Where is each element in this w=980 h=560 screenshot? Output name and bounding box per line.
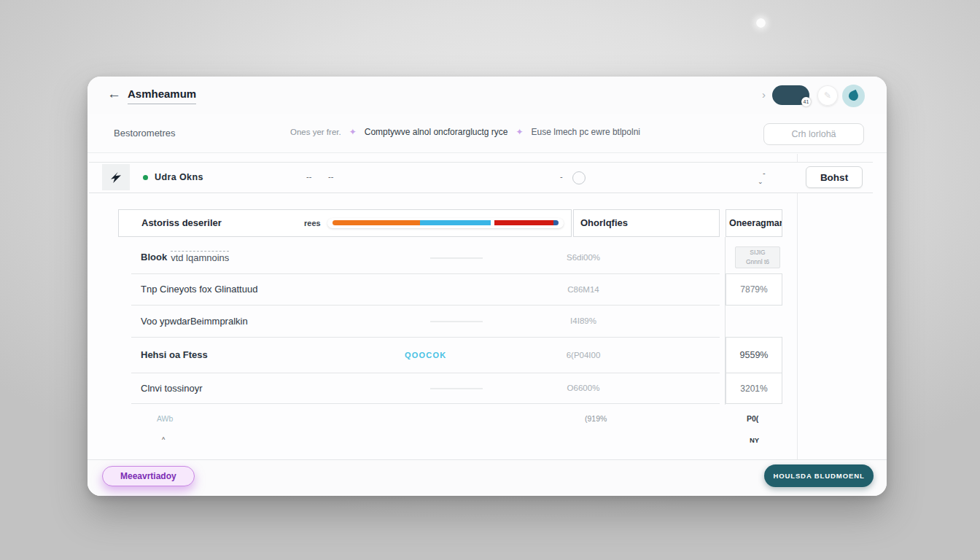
table-row[interactable]: Tnp Cineyots fox Glinattuud C86M14: [131, 273, 720, 306]
placeholder-line: [430, 388, 483, 389]
summary-row: AWb (919% P0(: [118, 414, 782, 429]
panel-divider: [797, 154, 798, 494]
caret-down-icon[interactable]: ⌄: [758, 178, 763, 185]
primary-action-button[interactable]: HOULSDA BLUDMOENL: [764, 464, 874, 487]
table-header-oneeragman[interactable]: Oneeragman: [726, 209, 782, 237]
meta-row: Ones yer frer. ✦ Comptywve alnol oncfora…: [290, 127, 640, 137]
column-header-label: Oneeragman: [729, 218, 782, 228]
toolbar: Udra Okns -- -- - - ⌄ Bohst: [89, 162, 873, 193]
row-link[interactable]: QOOCOK: [405, 337, 446, 373]
dash-value: -: [560, 172, 563, 181]
footer-bar: Meeavrtiadoy HOULSDA BLUDMOENL: [88, 459, 887, 496]
boost-button[interactable]: Bohst: [806, 166, 863, 188]
toggle-count-badge: 41: [801, 97, 811, 106]
app-window: ← Asmheamum › 41 ✎ Bestorometres Ones ye…: [88, 77, 887, 496]
row-name: Voo ypwdarBeimmpralkin: [141, 305, 248, 337]
row-right-cell: 9559%: [726, 337, 782, 373]
row-value: O6600%: [540, 373, 627, 403]
summary-left: AWb: [157, 414, 173, 423]
row-value: C86M14: [540, 273, 627, 305]
stamp-button[interactable]: [102, 164, 130, 190]
badge-line-2: Gnnnl t6: [736, 257, 779, 267]
page-title: Asmheamum: [128, 88, 196, 104]
radio-circle[interactable]: [572, 171, 586, 184]
row-name: Hehsi oa Ftess: [141, 337, 208, 373]
data-table: Astoriss deseriler rees Ohorlqfies Oneer…: [118, 209, 782, 451]
bar-segment: [494, 220, 553, 225]
bar-label: rees: [304, 219, 321, 228]
lightning-icon: [111, 172, 122, 183]
row-name-rest: vtd lqamnoins: [171, 251, 229, 263]
outline-action-button[interactable]: Crh lorlohä: [763, 123, 864, 145]
row-name: Blook vtd lqamnoins: [141, 241, 229, 273]
row-name: Tnp Cineyots fox Glinattuud: [141, 273, 257, 305]
summary-row: ^ NY: [118, 436, 782, 451]
back-arrow-icon[interactable]: ←: [107, 86, 121, 102]
column-header-label: Astoriss deseriler: [141, 217, 222, 228]
secondary-circle-button[interactable]: ✎: [817, 85, 838, 106]
desktop-background: ← Asmheamum › 41 ✎ Bestorometres Ones ye…: [0, 0, 980, 560]
table-header-name[interactable]: Astoriss deseriler rees: [118, 209, 572, 237]
row-right-cell: 3201%: [726, 373, 782, 404]
progress-bar: [332, 220, 559, 225]
row-name-bold: Blook: [141, 252, 167, 262]
bar-segment: [332, 220, 420, 225]
summary-mid: (919%: [585, 414, 607, 423]
placeholder-line: [430, 257, 483, 259]
row-name: Clnvi tossinoyr: [141, 373, 203, 403]
distribution-bar-wrap: [327, 218, 564, 228]
status-dot: [143, 175, 148, 180]
chevron-right-icon[interactable]: ›: [762, 88, 766, 101]
bar-segment: [420, 220, 491, 225]
toolbar-label: Udra Okns: [155, 172, 203, 182]
row-value: S6di00%: [540, 241, 627, 273]
meta-text-1: Ones yer frer.: [290, 128, 341, 136]
methodology-button[interactable]: Meeavrtiadoy: [102, 466, 195, 486]
summary-right: NY: [750, 436, 759, 444]
window-header: ← Asmheamum › 41 ✎: [88, 77, 887, 115]
dark-toggle-switch[interactable]: 41: [772, 85, 809, 105]
table-row[interactable]: Hehsi oa Ftess QOOCOK 6(P04I00: [131, 337, 720, 373]
sparkle-icon[interactable]: ✦: [516, 127, 524, 137]
pencil-icon: ✎: [824, 90, 831, 101]
background-glint: [756, 18, 766, 28]
row-value: I4I89%: [540, 305, 627, 337]
summary-right: P0(: [747, 414, 758, 423]
subheader: Bestorometres Ones yer frer. ✦ Comptywve…: [88, 114, 887, 153]
meta-text-2: Comptywve alnol oncforargluctg ryce: [365, 127, 508, 137]
droplet-icon: [847, 90, 860, 102]
dash-value: -: [763, 168, 766, 177]
subheader-label: Bestorometres: [114, 128, 176, 139]
primary-circle-button[interactable]: [842, 85, 865, 107]
bar-segment: [553, 220, 559, 225]
sparkle-icon[interactable]: ✦: [349, 127, 357, 137]
dash-value: --: [328, 172, 333, 181]
table-row[interactable]: Clnvi tossinoyr O6600%: [131, 373, 720, 404]
column-header-label: Ohorlqfies: [580, 217, 628, 228]
badge-line-1: SIJIG: [736, 248, 779, 257]
table-header-oholdqfies[interactable]: Ohorlqfies: [573, 209, 720, 237]
status-badge: SIJIG Gnnnl t6: [735, 246, 780, 268]
table-row[interactable]: Blook vtd lqamnoins S6di00%: [131, 241, 720, 274]
summary-left: ^: [162, 436, 165, 443]
meta-text-3: Euse lmech pc ewre btlpolni: [532, 127, 640, 137]
row-right-cell: 7879%: [726, 273, 782, 306]
row-value: 6(P04I00: [540, 337, 627, 373]
placeholder-line: [430, 321, 483, 322]
dash-value: --: [306, 172, 311, 181]
table-row[interactable]: Voo ypwdarBeimmpralkin I4I89%: [131, 305, 720, 338]
